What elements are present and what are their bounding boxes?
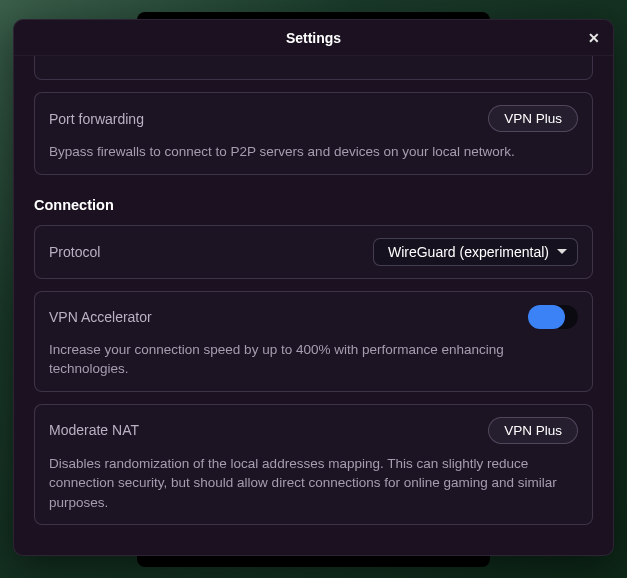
- vpn-accelerator-toggle[interactable]: [528, 305, 578, 329]
- modal-header: Settings ✕: [14, 20, 613, 56]
- protocol-dropdown[interactable]: WireGuard (experimental): [373, 238, 578, 266]
- vpn-plus-badge[interactable]: VPN Plus: [488, 417, 578, 444]
- row-header: Port forwarding VPN Plus: [49, 105, 578, 132]
- vpn-accelerator-title: VPN Accelerator: [49, 309, 152, 325]
- port-forwarding-title: Port forwarding: [49, 111, 144, 127]
- settings-modal: Settings ✕ Port forwarding VPN Plus Bypa…: [13, 19, 614, 556]
- close-icon[interactable]: ✕: [585, 29, 603, 47]
- port-forwarding-desc: Bypass firewalls to connect to P2P serve…: [49, 142, 578, 162]
- vpn-plus-badge[interactable]: VPN Plus: [488, 105, 578, 132]
- row-header: Protocol WireGuard (experimental): [49, 238, 578, 266]
- vpn-accelerator-desc: Increase your connection speed by up to …: [49, 340, 578, 379]
- protocol-row: Protocol WireGuard (experimental): [34, 225, 593, 279]
- protocol-value: WireGuard (experimental): [388, 244, 549, 260]
- modal-title: Settings: [286, 30, 341, 46]
- chevron-down-icon: [557, 249, 567, 254]
- protocol-title: Protocol: [49, 244, 100, 260]
- row-header: VPN Accelerator: [49, 304, 578, 330]
- toggle-knob: [541, 305, 565, 329]
- settings-row-partial: [34, 56, 593, 80]
- vpn-accelerator-row: VPN Accelerator Increase your connection…: [34, 291, 593, 392]
- row-header: Moderate NAT VPN Plus: [49, 417, 578, 444]
- connection-section-title: Connection: [34, 197, 593, 213]
- moderate-nat-desc: Disables randomization of the local addr…: [49, 454, 578, 513]
- moderate-nat-title: Moderate NAT: [49, 422, 139, 438]
- port-forwarding-row: Port forwarding VPN Plus Bypass firewall…: [34, 92, 593, 175]
- moderate-nat-row: Moderate NAT VPN Plus Disables randomiza…: [34, 404, 593, 526]
- modal-body: Port forwarding VPN Plus Bypass firewall…: [14, 56, 613, 555]
